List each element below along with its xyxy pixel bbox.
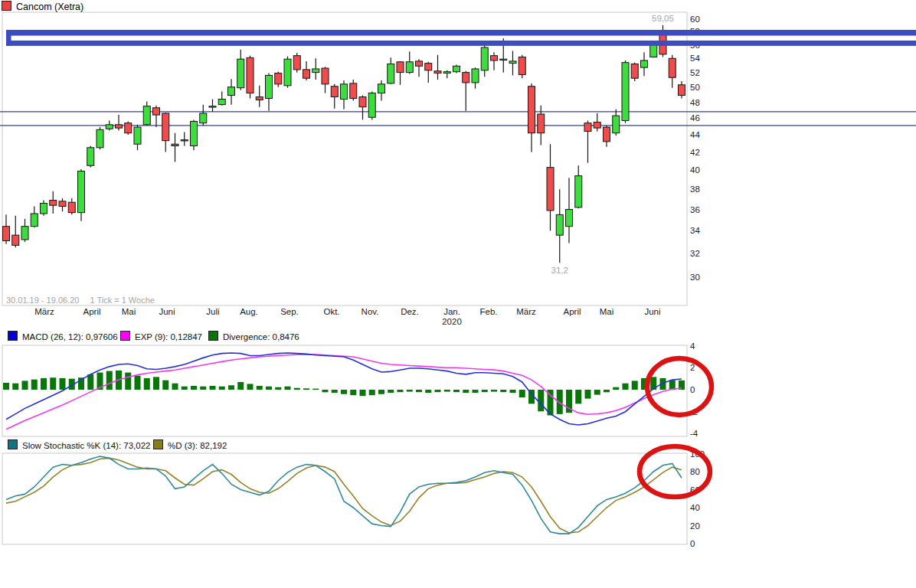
chart-header: Cancom (Xetra) xyxy=(2,1,83,12)
svg-text:42: 42 xyxy=(690,148,700,157)
chart-title: Cancom (Xetra) xyxy=(16,2,83,12)
exp-legend-item: EXP (9): 0,12847 xyxy=(120,331,202,341)
macd-legend-item: MACD (26, 12): 0,97606 xyxy=(8,331,118,341)
svg-text:Nov.: Nov. xyxy=(361,307,379,316)
svg-text:-4: -4 xyxy=(690,429,698,438)
stoch-k-legend-item: Slow Stochastic %K (14): 73,022 xyxy=(8,439,150,450)
svg-text:Aug.: Aug. xyxy=(240,307,258,316)
macd-legend-label: MACD (26, 12): 0,97606 xyxy=(22,332,118,341)
svg-text:Mai: Mai xyxy=(122,307,136,316)
svg-text:Dez.: Dez. xyxy=(401,307,419,316)
divergence-swatch-icon xyxy=(208,331,218,341)
macd-y-axis: 420-2-4 xyxy=(690,341,698,439)
svg-text:20: 20 xyxy=(690,521,700,531)
exp-swatch-icon xyxy=(120,331,130,341)
svg-text:40: 40 xyxy=(690,165,700,175)
svg-text:34: 34 xyxy=(690,226,700,235)
svg-text:März: März xyxy=(34,307,54,316)
svg-text:36: 36 xyxy=(690,205,700,214)
chart-screenshot: { "header": { "title": "Cancom (Xetra)",… xyxy=(0,0,916,588)
svg-text:Juni: Juni xyxy=(159,307,175,316)
stoch-d-swatch-icon xyxy=(153,439,163,449)
macd-swatch-icon xyxy=(8,331,18,341)
svg-text:Jan.: Jan. xyxy=(443,307,460,316)
svg-text:54: 54 xyxy=(690,54,700,63)
svg-text:Sep.: Sep. xyxy=(280,307,299,316)
svg-text:0: 0 xyxy=(690,539,695,548)
exp-legend-label: EXP (9): 0,12847 xyxy=(135,332,202,341)
svg-text:Feb.: Feb. xyxy=(479,307,497,316)
stoch-d-legend-label: %D (3): 82,192 xyxy=(168,441,227,450)
svg-text:2020: 2020 xyxy=(442,317,462,326)
svg-text:31,2: 31,2 xyxy=(551,266,568,275)
chart-canvas: 60585654525048464442403836343230MärzApri… xyxy=(0,0,916,588)
svg-text:Juni: Juni xyxy=(644,307,660,316)
tick-resolution-label: 1 Tick = 1 Woche xyxy=(90,296,154,305)
svg-text:Okt.: Okt. xyxy=(323,307,339,316)
svg-text:46: 46 xyxy=(690,113,700,122)
price-y-axis: 60585654525048464442403836343230 xyxy=(690,15,700,282)
svg-text:4: 4 xyxy=(690,341,695,351)
svg-text:38: 38 xyxy=(690,185,700,194)
svg-text:48: 48 xyxy=(690,98,700,107)
svg-text:50: 50 xyxy=(690,83,700,92)
divergence-legend-item: Divergence: 0,8476 xyxy=(208,331,299,341)
divergence-legend-label: Divergence: 0,8476 xyxy=(223,332,299,341)
svg-text:40: 40 xyxy=(690,503,700,512)
date-range-label: 30.01.19 - 19.06.20 xyxy=(6,296,79,305)
svg-text:April: April xyxy=(83,307,100,316)
svg-text:April: April xyxy=(563,307,581,316)
svg-text:32: 32 xyxy=(690,249,700,258)
series-swatch-icon xyxy=(2,1,11,11)
price-chart-footnote: 30.01.19 - 19.06.201 Tick = 1 Woche xyxy=(6,296,155,305)
svg-text:2: 2 xyxy=(690,363,695,372)
svg-text:0: 0 xyxy=(690,385,695,394)
stoch-k-swatch-icon xyxy=(8,439,18,449)
svg-text:30: 30 xyxy=(690,273,700,282)
stochastic-y-axis: 100806040200 xyxy=(690,449,705,549)
stoch-d-legend-item: %D (3): 82,192 xyxy=(153,439,227,450)
svg-text:Juli: Juli xyxy=(206,307,219,316)
svg-text:Mai: Mai xyxy=(600,307,614,316)
svg-text:44: 44 xyxy=(690,130,700,139)
svg-text:59,05: 59,05 xyxy=(652,14,674,23)
svg-text:60: 60 xyxy=(690,15,700,24)
stoch-k-legend-label: Slow Stochastic %K (14): 73,022 xyxy=(22,441,150,450)
svg-text:80: 80 xyxy=(690,467,700,476)
svg-text:52: 52 xyxy=(690,68,700,77)
price-x-axis: MärzAprilMaiJuniJuliAug.Sep.Okt.Nov.Dez.… xyxy=(34,307,660,326)
svg-text:März: März xyxy=(516,307,536,316)
